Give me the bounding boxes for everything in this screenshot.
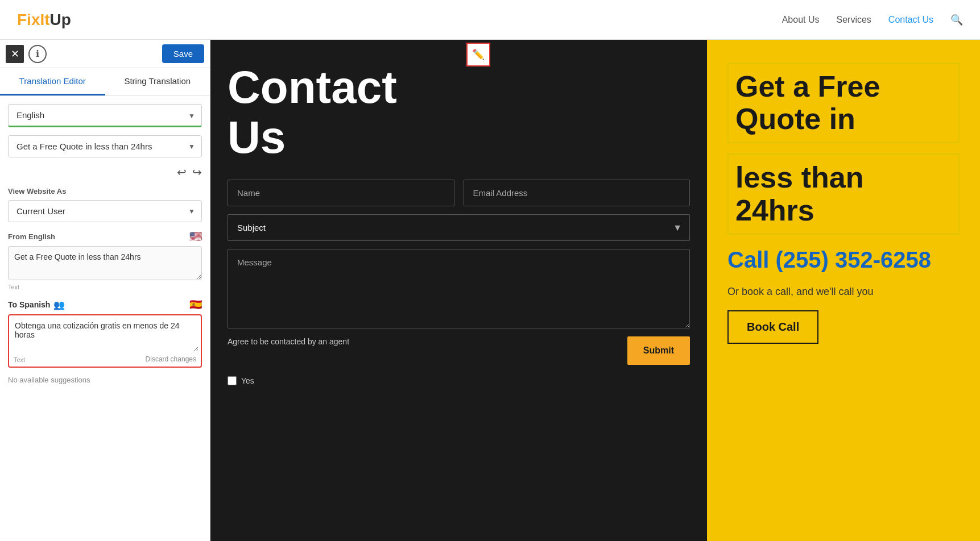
spanish-flag-icon: 🇪🇸 [189,298,202,311]
quote-box-2: less than 24hrs [727,153,960,234]
language-dropdown-wrapper: English Spanish French ▼ [8,104,202,127]
sidebar-header: ✕ ℹ Save [0,40,210,68]
sidebar-body: English Spanish French ▼ Get a Free Quot… [0,96,210,392]
to-spanish-textarea[interactable]: Obtenga una cotización gratis en menos d… [11,318,199,352]
logo-up: Up [50,11,71,28]
quote-box: Get a Free Quote in [727,63,960,143]
from-english-label: From English [8,232,55,241]
to-spanish-text: To Spanish [8,300,50,309]
discard-changes-button[interactable]: Discard changes [146,355,196,363]
submit-button[interactable]: Submit [627,336,690,365]
site-logo: FixItUp [17,11,71,29]
message-textarea[interactable] [228,249,690,328]
string-dropdown-wrapper: Get a Free Quote in less than 24hrs ▼ [8,135,202,157]
translation-box: Obtenga una cotización gratis en menos d… [8,314,202,368]
redo-button[interactable]: ↪ [192,165,202,179]
website-preview: ✏️ Contact Us Subject ▼ [210,40,980,541]
to-spanish-section: To Spanish 👥 🇪🇸 Obtenga una cotización g… [8,298,202,368]
translation-footer: Text Discard changes [11,354,199,364]
sidebar-tabs: Translation Editor String Translation [0,68,210,96]
phone-text: Call (255) 352-6258 [727,246,960,273]
english-flag-icon: 🇺🇸 [189,230,202,243]
logo-fix: Fix [17,11,40,28]
close-button[interactable]: ✕ [6,45,24,63]
preview-inner: ✏️ Contact Us Subject ▼ [210,40,980,541]
nav-services[interactable]: Services [837,15,871,25]
sidebar: ✕ ℹ Save Translation Editor String Trans… [0,40,210,541]
undo-redo-group: ↩ ↪ [8,165,202,179]
current-user-dropdown-wrapper: Current User Admin Guest ▼ [8,200,202,222]
contact-title: Contact Us [228,63,690,163]
yes-label: Yes [241,376,254,385]
to-spanish-type: Text [14,356,25,363]
to-spanish-label: To Spanish 👥 [8,299,65,310]
people-icon: 👥 [53,299,65,310]
main-layout: ✕ ℹ Save Translation Editor String Trans… [0,40,980,541]
search-icon[interactable]: 🔍 [950,14,963,26]
view-as-label: View Website As [8,187,202,195]
subject-wrapper: Subject ▼ [228,214,690,241]
language-select[interactable]: English Spanish French [8,104,202,127]
email-input[interactable] [464,180,690,206]
from-english-header: From English 🇺🇸 [8,230,202,243]
logo-it: It [40,11,49,28]
nav-links: About Us Services Contact Us 🔍 [782,14,963,26]
string-select[interactable]: Get a Free Quote in less than 24hrs [8,135,202,157]
undo-button[interactable]: ↩ [177,165,187,179]
current-user-select[interactable]: Current User Admin Guest [8,200,202,222]
nav-about-us[interactable]: About Us [782,15,820,25]
top-nav: FixItUp About Us Services Contact Us 🔍 [0,0,980,40]
contact-yellow-section: Get a Free Quote in less than 24hrs Call… [707,40,980,541]
form-bottom-row: Agree to be contacted by an agent Submit [228,336,690,365]
no-suggestions: No available suggestions [8,376,202,384]
agree-text: Agree to be contacted by an agent [228,336,618,348]
to-spanish-header: To Spanish 👥 🇪🇸 [8,298,202,311]
edit-pencil-button[interactable]: ✏️ [466,43,490,66]
subject-select[interactable]: Subject [228,214,690,241]
yes-checkbox[interactable] [228,376,237,385]
tab-string-translation[interactable]: String Translation [105,68,210,95]
name-input[interactable] [228,180,454,206]
or-book-text: Or book a call, and we'll call you [727,285,960,299]
from-english-section: From English 🇺🇸 Get a Free Quote in less… [8,230,202,290]
from-english-textarea[interactable]: Get a Free Quote in less than 24hrs [8,246,202,280]
from-english-type: Text [8,284,202,290]
quote-text-2: less than 24hrs [735,161,952,226]
checkbox-row: Yes [228,376,690,385]
info-button[interactable]: ℹ [28,45,47,63]
tab-translation-editor[interactable]: Translation Editor [0,68,105,95]
book-call-button[interactable]: Book Call [727,310,818,344]
contact-dark-section: ✏️ Contact Us Subject ▼ [210,40,707,541]
quote-text: Get a Free Quote in [735,70,952,135]
nav-contact-us[interactable]: Contact Us [888,15,933,25]
view-as-section: View Website As Current User Admin Guest… [8,187,202,222]
form-name-email-row [228,180,690,206]
save-button[interactable]: Save [162,44,204,63]
